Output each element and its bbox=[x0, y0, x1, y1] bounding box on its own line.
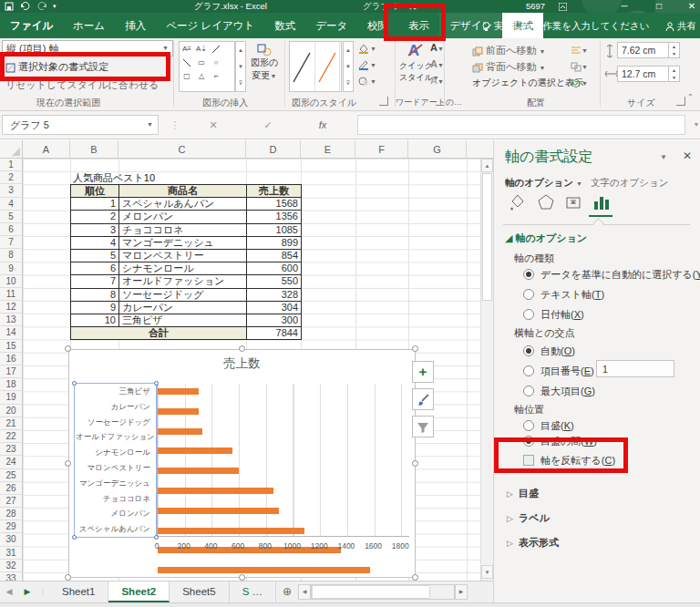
chart-handle[interactable] bbox=[239, 574, 245, 581]
table-cell[interactable]: 550 bbox=[247, 275, 302, 288]
row-header-2[interactable]: 2 bbox=[0, 171, 22, 184]
radio-auto-select[interactable]: データを基準に自動的に選択する(Y) bbox=[523, 268, 700, 282]
rotate-objects-button[interactable]: ▼ bbox=[571, 77, 588, 88]
table-cell[interactable]: チョココロネ bbox=[119, 224, 247, 237]
select-all-corner[interactable] bbox=[0, 140, 23, 159]
section-tick-marks[interactable]: ▷目盛 bbox=[507, 487, 539, 500]
tab-page-layout[interactable]: ページ レイアウト bbox=[156, 13, 264, 38]
table-cell[interactable]: 2 bbox=[71, 211, 119, 223]
shape-effects-button[interactable]: ▼ bbox=[357, 75, 376, 87]
wordart-quick-styles-button[interactable]: A クイックスタイル▼ bbox=[399, 42, 428, 84]
header-rank[interactable]: 順位 bbox=[71, 185, 119, 198]
row-header-15[interactable]: 15 bbox=[0, 340, 22, 353]
table-cell[interactable]: マンゴーデニッシュ bbox=[119, 237, 247, 250]
row-header-7[interactable]: 7 bbox=[0, 236, 22, 249]
table-cell[interactable]: 10 bbox=[71, 314, 119, 327]
shape-style-scroll[interactable]: ▲▼⊽ bbox=[343, 41, 354, 92]
group-objects-button[interactable]: ▼ bbox=[571, 60, 588, 72]
shape-gallery[interactable]: A≡A⇣ ▭○ ▢△⌐ bbox=[179, 41, 235, 92]
hscroll-right-arrow[interactable]: ▶ bbox=[455, 584, 468, 600]
shape-height-spinner[interactable]: ▲▼ bbox=[668, 42, 680, 58]
text-fill-button[interactable]: A▼ bbox=[430, 42, 444, 53]
size-properties-icon[interactable] bbox=[561, 193, 585, 217]
column-header-B[interactable]: B bbox=[70, 140, 118, 159]
row-header-18[interactable]: 18 bbox=[0, 378, 22, 391]
table-cell[interactable]: 7 bbox=[71, 275, 119, 288]
chart-styles-button[interactable] bbox=[412, 388, 434, 410]
scroll-up-arrow[interactable]: ▲ bbox=[481, 159, 493, 172]
tab-data[interactable]: データ bbox=[305, 13, 357, 38]
row-header-11[interactable]: 11 bbox=[0, 288, 22, 301]
checkbox-reverse-axis[interactable]: 軸を反転する(C) bbox=[523, 454, 615, 468]
table-cell[interactable]: 300 bbox=[247, 314, 302, 327]
text-outline-button[interactable]: A▼ bbox=[430, 58, 444, 69]
chart-handle[interactable] bbox=[412, 574, 418, 581]
row-header-32[interactable]: 32 bbox=[0, 560, 22, 572]
chart-element-dropdown[interactable]: 縦 (項目) 軸▼ bbox=[2, 40, 173, 57]
row-header-14[interactable]: 14 bbox=[0, 326, 22, 339]
shape-outline-button[interactable]: ▼ bbox=[357, 58, 376, 70]
chart-bar[interactable] bbox=[158, 448, 232, 454]
row-header-33[interactable]: 33 bbox=[0, 572, 22, 581]
total-value-cell[interactable]: 7844 bbox=[247, 327, 302, 340]
effects-icon[interactable] bbox=[534, 193, 558, 217]
chart-value-axis[interactable]: 020040060080010001200140016001800 bbox=[157, 541, 413, 552]
row-header-25[interactable]: 25 bbox=[0, 469, 22, 482]
category-number-input[interactable] bbox=[596, 360, 674, 377]
redo-icon[interactable] bbox=[36, 1, 47, 12]
table-cell[interactable]: 1568 bbox=[247, 198, 302, 211]
tab-formulas[interactable]: 数式 bbox=[264, 13, 305, 38]
text-effects-button[interactable]: A▼ bbox=[430, 75, 444, 86]
row-header-8[interactable]: 8 bbox=[0, 249, 22, 262]
chart-bar[interactable] bbox=[158, 567, 370, 573]
vertical-text-box-icon[interactable]: A⇣ bbox=[194, 42, 209, 56]
shape-style-gallery[interactable] bbox=[289, 41, 342, 92]
row-header-26[interactable]: 26 bbox=[0, 482, 22, 495]
column-header-C[interactable]: C bbox=[118, 140, 246, 159]
column-header-D[interactable]: D bbox=[246, 140, 301, 159]
table-cell[interactable]: メロンパン bbox=[119, 211, 247, 223]
row-header-10[interactable]: 10 bbox=[0, 275, 22, 288]
row-header-17[interactable]: 17 bbox=[0, 365, 22, 378]
shape-style-orange[interactable] bbox=[315, 42, 340, 91]
row-header-5[interactable]: 5 bbox=[0, 211, 22, 223]
radio-text-axis[interactable]: テキスト軸(T) bbox=[523, 288, 604, 302]
section-axis-options[interactable]: ◢ 軸のオプション bbox=[505, 231, 587, 245]
column-header-A[interactable]: A bbox=[23, 140, 70, 159]
pane-menu-icon[interactable]: ▼ bbox=[660, 153, 667, 161]
table-cell[interactable]: カレーパン bbox=[119, 302, 247, 314]
align-objects-button[interactable]: ▼ bbox=[571, 44, 588, 56]
table-cell[interactable]: 1085 bbox=[247, 224, 302, 237]
chart-bar[interactable] bbox=[158, 388, 199, 395]
formula-bar-expand-icon[interactable]: ▼ bbox=[685, 115, 700, 135]
chart-bar[interactable] bbox=[158, 488, 273, 494]
row-header-3[interactable]: 3 bbox=[0, 184, 22, 197]
triangle-shape-icon[interactable]: △ bbox=[194, 69, 209, 83]
table-cell[interactable]: シナモンロール bbox=[119, 262, 247, 275]
hscroll-track[interactable] bbox=[311, 584, 455, 600]
pane-close-icon[interactable]: ✕ bbox=[683, 149, 692, 162]
format-selection-button[interactable]: 選択対象の書式設定 bbox=[5, 60, 108, 74]
axis-options-icon[interactable] bbox=[589, 193, 612, 217]
shape-width-spinner[interactable]: ▲▼ bbox=[668, 66, 680, 82]
text-box-icon[interactable]: A≡ bbox=[180, 42, 194, 56]
total-label-cell[interactable]: 合計 bbox=[71, 327, 247, 340]
section-labels[interactable]: ▷ラベル bbox=[507, 511, 550, 525]
chart-bar[interactable] bbox=[158, 508, 279, 514]
chart-elements-button[interactable]: + bbox=[412, 361, 434, 383]
table-cell[interactable]: スペシャルあんパン bbox=[119, 198, 247, 211]
row-header-31[interactable]: 31 bbox=[0, 547, 22, 560]
table-cell[interactable]: オールドファッション bbox=[119, 275, 247, 288]
row-header-29[interactable]: 29 bbox=[0, 520, 22, 533]
tab-insert[interactable]: 挿入 bbox=[115, 13, 156, 38]
chart-handle[interactable] bbox=[412, 345, 418, 352]
sheet-tab-partial[interactable]: S … bbox=[230, 581, 276, 602]
size-dialog-launcher[interactable] bbox=[676, 97, 685, 106]
hscroll-left-arrow[interactable]: ◀ bbox=[298, 584, 311, 600]
collapse-ribbon-button[interactable]: ⌃ bbox=[687, 93, 694, 101]
row-header-6[interactable]: 6 bbox=[0, 223, 22, 236]
radio-between-tick-marks[interactable]: 目盛の間(W) bbox=[523, 435, 597, 448]
row-header-24[interactable]: 24 bbox=[0, 456, 22, 468]
selection-pane-button[interactable]: オブジェクトの選択と表示 bbox=[472, 77, 583, 89]
insert-function-icon[interactable]: fx bbox=[312, 115, 334, 135]
